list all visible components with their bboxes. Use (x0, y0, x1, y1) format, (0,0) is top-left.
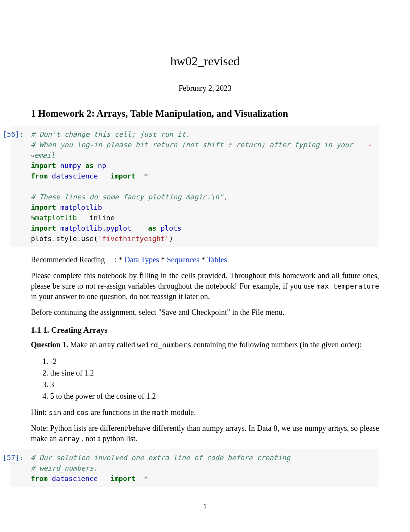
keyword: import (31, 203, 56, 211)
list-item: 5 to the power of the cosine of 1.2 (50, 390, 379, 402)
text: * (161, 255, 167, 264)
label: Recommended Reading (31, 255, 105, 264)
paragraph-save: Before continuing the assignment, select… (31, 307, 379, 318)
section-heading-1: 1 Homework 2: Arrays, Table Manipulation… (31, 108, 379, 119)
hint-line: Hint: sin and cos are functions in the m… (31, 407, 379, 418)
identifier: style (56, 235, 77, 243)
note-line: Note: Python lists are different/behave … (31, 423, 379, 444)
module-name: matplotlib.pyplot (60, 224, 131, 232)
text: : * (115, 255, 123, 264)
page: hw02_revised February 2, 2023 1 Homework… (0, 0, 410, 532)
text: , not a python list. (80, 434, 137, 443)
identifier: use( (81, 235, 98, 243)
inline-code: weird_numbers (137, 341, 191, 349)
input-prompt-57: [57]: (3, 452, 24, 463)
code-comment: # When you log-in please hit return (not… (31, 141, 353, 149)
module-name: matplotlib (60, 203, 102, 211)
question-1: Question 1. Make an array called weird_n… (31, 340, 379, 350)
keyword: as (85, 161, 94, 170)
text: in your answer to one question, do not r… (31, 292, 210, 301)
operator: . (77, 235, 81, 243)
inline-code: max_temperature (316, 282, 379, 290)
text: are functions in the (89, 408, 152, 416)
keyword: as (148, 224, 156, 232)
text: and (61, 408, 76, 416)
operator: * (144, 172, 148, 180)
page-number: 1 (31, 502, 379, 511)
list-item: -2 (50, 355, 379, 367)
inline-code: sin (49, 408, 61, 416)
paragraph-instructions: Please complete this notebook by filling… (31, 270, 379, 302)
code-comment: email (34, 151, 55, 159)
text: Hint: (31, 408, 49, 416)
link-data-types[interactable]: Data Types (124, 255, 159, 264)
operator: * (144, 474, 148, 483)
code-cell-56: [56]: # Don't change this cell; just run… (10, 126, 379, 247)
link-tables[interactable]: Tables (207, 255, 227, 264)
code-comment: # These lines do some fancy plotting mag… (31, 193, 227, 201)
doc-title: hw02_revised (31, 54, 379, 68)
paren: ) (169, 235, 173, 243)
module-name: datascience (52, 474, 98, 483)
keyword: import (110, 474, 136, 483)
code-comment: # Our solution involved one extra line o… (31, 454, 290, 462)
code-comment: # weird_numbers. (31, 464, 98, 472)
module-name: numpy (60, 161, 81, 170)
list-item: 3 (50, 379, 379, 390)
input-prompt-56: [56]: (3, 129, 24, 139)
list-item: the sine of 1.2 (50, 367, 379, 379)
doc-date: February 2, 2023 (31, 84, 379, 93)
code-cell-57: [57]: # Our solution involved one extra … (10, 449, 379, 487)
string-literal: 'fivethirtyeight' (98, 235, 169, 243)
question-label: Question 1. (31, 340, 68, 349)
section-heading-1-1: 1.1 1. Creating Arrays (31, 325, 379, 335)
text: module. (169, 408, 196, 416)
alias-name: np (98, 161, 106, 170)
recommended-reading-line: Recommended Reading : * Data Types * Seq… (31, 255, 379, 265)
identifier: plots (31, 235, 52, 243)
text: Make an array called (68, 340, 137, 349)
link-sequences[interactable]: Sequences (167, 255, 199, 264)
alias-name: plots (161, 224, 181, 232)
keyword: import (31, 224, 56, 232)
keyword: from (31, 172, 47, 180)
magic-command: %matplotlib (31, 214, 77, 222)
keyword: import (110, 172, 136, 180)
code-comment: # Don't change this cell; just run it. (31, 130, 190, 138)
inline-code: array (59, 435, 80, 443)
operator: . (52, 235, 56, 243)
continuation-mark-icon: ␣ (368, 139, 371, 147)
inline-code: math (152, 408, 169, 416)
module-name: datascience (52, 172, 98, 180)
inline-code: cos (76, 408, 89, 416)
magic-arg: inline (90, 214, 115, 222)
ordered-list: -2 the sine of 1.2 3 5 to the power of t… (42, 355, 379, 402)
keyword: from (31, 474, 47, 483)
text: containing the following numbers (in the… (191, 340, 362, 349)
text: * (201, 255, 207, 264)
keyword: import (31, 161, 56, 170)
